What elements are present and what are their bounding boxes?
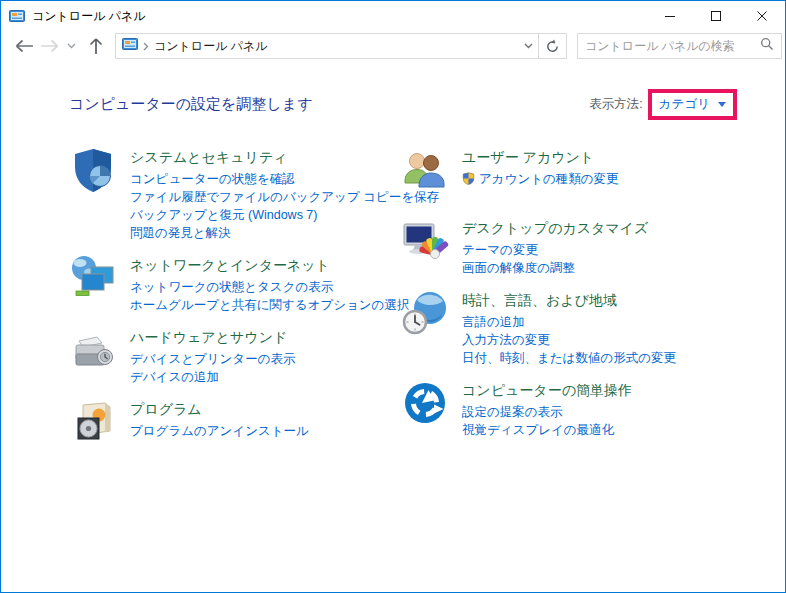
category-task-link[interactable]: ネットワークの状態とタスクの表示 — [130, 278, 409, 296]
category-task-links: デバイスとプリンターの表示デバイスの追加 — [130, 350, 295, 386]
category-task-links: 設定の提案の表示視覚ディスプレイの最適化 — [462, 403, 632, 439]
refresh-button[interactable] — [538, 34, 566, 58]
control-panel-window: コントロール パネル — [0, 0, 786, 593]
category-task-link[interactable]: テーマの変更 — [462, 241, 648, 259]
network-globe-monitors-icon[interactable] — [69, 254, 117, 302]
category-task-link[interactable]: デバイスとプリンターの表示 — [130, 350, 295, 368]
refresh-icon — [545, 39, 560, 54]
annotation-highlight-box: カテゴリ — [648, 89, 737, 120]
personalization-monitor-icon[interactable] — [401, 217, 449, 265]
control-panel-icon — [9, 8, 25, 24]
category-title-link[interactable]: プログラム — [130, 399, 202, 419]
category-section: デスクトップのカスタマイズ テーマの変更画面の解像度の調整 — [401, 217, 781, 277]
category-title-link[interactable]: ネットワークとインターネット — [130, 255, 330, 275]
category-task-link[interactable]: アカウントの種類の変更 — [462, 170, 619, 190]
page-heading: コンピューターの設定を調整します — [69, 95, 313, 114]
recent-pages-chevron-icon — [67, 43, 76, 49]
category-task-links: 言語の追加入力方法の変更日付、時刻、または数値の形式の変更 — [462, 313, 676, 367]
category-task-link[interactable]: ファイル履歴でファイルのバックアップ コピーを保存 — [130, 188, 439, 206]
clock-globe-icon[interactable] — [401, 289, 449, 337]
back-icon — [14, 39, 34, 53]
category-section: 時計、言語、および地域 言語の追加入力方法の変更日付、時刻、または数値の形式の変… — [401, 289, 781, 367]
category-task-link[interactable]: 視覚ディスプレイの最適化 — [462, 421, 632, 439]
maximize-button[interactable] — [693, 1, 739, 31]
category-title-link[interactable]: デスクトップのカスタマイズ — [462, 218, 648, 238]
dropdown-caret-icon[interactable] — [718, 102, 726, 107]
category-task-links: ネットワークの状態とタスクの表示ホームグループと共有に関するオプションの選択 — [130, 278, 409, 314]
maximize-icon — [711, 11, 721, 21]
right-column: ユーザー アカウント アカウントの種類の変更 デスクトップのカスタマイズ テーマ… — [401, 146, 781, 458]
category-task-link[interactable]: 日付、時刻、または数値の形式の変更 — [462, 349, 676, 367]
uac-shield-icon — [462, 172, 475, 190]
category-task-links: テーマの変更画面の解像度の調整 — [462, 241, 648, 277]
search-box — [577, 33, 782, 59]
category-task-link[interactable]: デバイスの追加 — [130, 368, 295, 386]
up-button[interactable] — [83, 33, 109, 59]
control-panel-icon — [122, 36, 138, 56]
category-task-link[interactable]: 設定の提案の表示 — [462, 403, 632, 421]
category-task-link[interactable]: バックアップと復元 (Windows 7) — [130, 206, 439, 224]
titlebar: コントロール パネル — [1, 1, 785, 31]
search-icon[interactable] — [760, 37, 774, 55]
category-task-link[interactable]: ホームグループと共有に関するオプションの選択 — [130, 296, 409, 314]
printer-icon[interactable] — [69, 326, 117, 374]
minimize-button[interactable] — [647, 1, 693, 31]
category-title-link[interactable]: 時計、言語、および地域 — [462, 290, 617, 310]
category-section: ユーザー アカウント アカウントの種類の変更 — [401, 146, 781, 194]
category-title-link[interactable]: システムとセキュリティ — [130, 147, 288, 167]
category-task-links: アカウントの種類の変更 — [462, 170, 619, 190]
main-content: コンピューターの設定を調整します 表示方法: カテゴリ システムとセキュリティ … — [1, 89, 785, 458]
category-columns: システムとセキュリティ コンピューターの状態を確認ファイル履歴でファイルのバック… — [69, 146, 785, 458]
search-input[interactable] — [585, 39, 760, 53]
address-dropdown-button[interactable] — [518, 43, 538, 49]
category-section: コンピューターの簡単操作 設定の提案の表示視覚ディスプレイの最適化 — [401, 379, 781, 439]
view-by-label: 表示方法: — [589, 96, 642, 113]
left-column: システムとセキュリティ コンピューターの状態を確認ファイル履歴でファイルのバック… — [69, 146, 401, 458]
address-dropdown-chevron-icon — [524, 43, 533, 49]
caption-buttons — [647, 1, 785, 31]
category-task-link[interactable]: コンピューターの状態を確認 — [130, 170, 439, 188]
program-box-cd-icon[interactable] — [69, 398, 117, 446]
up-icon — [89, 37, 103, 55]
category-section: ネットワークとインターネット ネットワークの状態とタスクの表示ホームグループと共… — [69, 254, 401, 314]
close-button[interactable] — [739, 1, 785, 31]
recent-pages-button[interactable] — [63, 33, 79, 59]
close-icon — [757, 11, 767, 21]
back-button[interactable] — [11, 33, 37, 59]
category-title-link[interactable]: ユーザー アカウント — [462, 147, 594, 167]
category-section: プログラム プログラムのアンインストール — [69, 398, 401, 446]
category-task-links: プログラムのアンインストール — [130, 422, 309, 440]
minimize-icon — [665, 11, 675, 21]
forward-icon — [40, 39, 60, 53]
users-icon[interactable] — [401, 146, 449, 194]
category-section: システムとセキュリティ コンピューターの状態を確認ファイル履歴でファイルのバック… — [69, 146, 401, 242]
breadcrumb[interactable]: コントロール パネル — [116, 34, 518, 58]
category-task-link[interactable]: 問題の発見と解決 — [130, 224, 439, 242]
category-task-links: コンピューターの状態を確認ファイル履歴でファイルのバックアップ コピーを保存バッ… — [130, 170, 439, 242]
category-title-link[interactable]: ハードウェアとサウンド — [130, 327, 287, 347]
view-by-dropdown[interactable]: カテゴリ — [659, 96, 710, 113]
category-task-link[interactable]: 画面の解像度の調整 — [462, 259, 648, 277]
forward-button[interactable] — [37, 33, 63, 59]
category-task-link[interactable]: 言語の追加 — [462, 313, 676, 331]
category-task-link[interactable]: 入力方法の変更 — [462, 331, 676, 349]
breadcrumb-chevron-icon[interactable] — [143, 37, 149, 55]
ease-of-access-icon[interactable] — [401, 379, 449, 427]
view-by-control: 表示方法: カテゴリ — [589, 89, 737, 120]
category-section: ハードウェアとサウンド デバイスとプリンターの表示デバイスの追加 — [69, 326, 401, 386]
navigation-bar: コントロール パネル — [1, 31, 785, 61]
address-bar[interactable]: コントロール パネル — [115, 33, 567, 59]
breadcrumb-location[interactable]: コントロール パネル — [154, 38, 268, 55]
window-title: コントロール パネル — [32, 8, 146, 25]
category-title-link[interactable]: コンピューターの簡単操作 — [462, 380, 632, 400]
category-task-link[interactable]: プログラムのアンインストール — [130, 422, 309, 440]
security-shield-icon[interactable] — [69, 146, 117, 194]
